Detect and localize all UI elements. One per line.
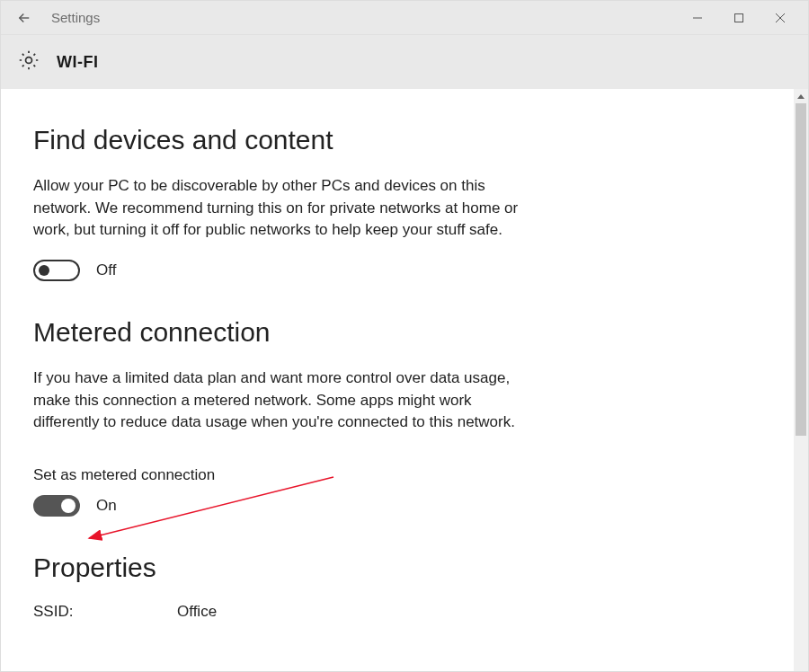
toggle-knob xyxy=(39,265,49,276)
svg-rect-1 xyxy=(735,13,743,22)
ssid-label: SSID: xyxy=(33,603,177,621)
find-devices-toggle-row: Off xyxy=(33,260,761,281)
minimize-button[interactable] xyxy=(677,2,718,34)
window-controls xyxy=(677,2,801,34)
find-devices-toggle-label: Off xyxy=(96,261,116,279)
maximize-icon xyxy=(733,13,744,23)
app-title: Settings xyxy=(51,10,677,25)
maximize-button[interactable] xyxy=(718,2,760,34)
metered-toggle-row: On xyxy=(33,495,761,517)
properties-heading: Properties xyxy=(33,553,761,583)
gear-icon xyxy=(17,49,40,75)
find-devices-description: Allow your PC to be discoverable by othe… xyxy=(33,175,537,242)
minimize-icon xyxy=(692,13,703,23)
ssid-value: Office xyxy=(177,603,217,621)
scroll-up-button[interactable] xyxy=(794,89,808,103)
find-devices-toggle[interactable] xyxy=(33,260,80,281)
ssid-row: SSID: Office xyxy=(33,603,761,621)
scroll-thumb[interactable] xyxy=(796,103,806,436)
metered-description: If you have a limited data plan and want… xyxy=(33,367,537,434)
close-button[interactable] xyxy=(760,2,801,34)
metered-toggle[interactable] xyxy=(33,495,80,517)
chevron-up-icon xyxy=(797,94,805,99)
page-header: WI-FI xyxy=(1,35,808,89)
find-devices-heading: Find devices and content xyxy=(33,125,761,155)
svg-point-4 xyxy=(26,57,32,64)
vertical-scrollbar[interactable] xyxy=(794,89,808,671)
toggle-knob xyxy=(61,499,76,513)
page-title: WI-FI xyxy=(57,53,98,72)
titlebar: Settings xyxy=(1,1,808,35)
metered-sub-label: Set as metered connection xyxy=(33,466,761,484)
metered-heading: Metered connection xyxy=(33,317,761,348)
settings-content: Find devices and content Allow your PC t… xyxy=(1,89,794,671)
close-icon xyxy=(775,13,786,23)
back-arrow-icon xyxy=(16,10,32,26)
back-button[interactable] xyxy=(8,2,40,34)
metered-toggle-label: On xyxy=(96,497,117,515)
